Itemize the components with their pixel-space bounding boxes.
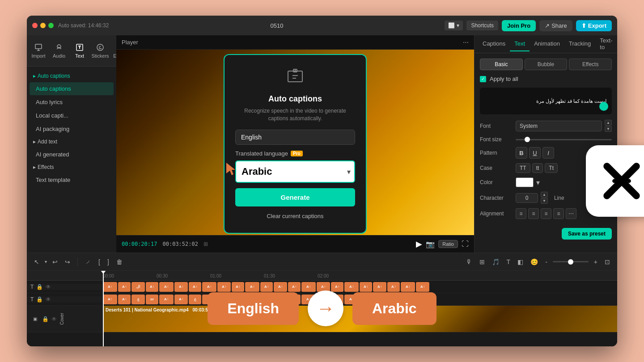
style-tab-effects[interactable]: Effects [569,59,612,70]
tab-animation[interactable]: Animation [530,37,564,51]
caption-clip[interactable]: A↑ [103,295,117,304]
maximize-button[interactable] [48,23,54,28]
bold-button[interactable]: B [516,147,527,159]
caption-clip[interactable]: A↑ [245,295,259,304]
caption-clip[interactable]: ع [189,295,201,304]
playhead[interactable] [103,271,104,346]
redo-button[interactable]: ↪ [63,257,72,267]
caption-clip[interactable]: A↑ [416,282,429,292]
caption-clip[interactable]: A↑ [217,295,231,304]
caption-clip[interactable]: A↑ [274,282,287,292]
caption-clip[interactable]: A↑ [401,282,415,292]
caption-clip[interactable]: A↑ [274,295,287,304]
caption-clip[interactable]: A↑ [174,295,188,304]
caption-clip[interactable]: A↑ [360,295,372,304]
tab-text[interactable]: Text [510,37,530,51]
caption-clip[interactable]: A↑ [317,282,330,292]
eye-icon-2[interactable]: 👁 [46,296,51,303]
split-button[interactable]: ⟋ [83,257,93,267]
cursor-dropdown-icon[interactable]: ▾ [45,259,47,264]
caption-clip[interactable]: A↑ [360,282,372,292]
eye-icon[interactable]: 👁 [46,284,51,290]
export-button[interactable]: ⬆ Export [576,20,612,31]
apply-all-checkbox[interactable]: ✓ [480,76,486,82]
camera-icon[interactable]: 📷 [426,240,435,248]
character-stepper-up[interactable]: ▲ [541,192,548,198]
case-uppercase-button[interactable]: TT [516,163,530,173]
toolbar-text[interactable]: Text [70,40,89,61]
font-stepper-up[interactable]: ▲ [605,120,612,126]
caption-clip[interactable]: A↑ [174,282,188,292]
color-dropdown-icon[interactable]: ▾ [536,178,540,187]
caption-clip[interactable]: A↑ [344,295,359,304]
add-text-button[interactable]: T [505,257,513,267]
ratio-button[interactable]: Ratio [438,240,458,248]
sidebar-item-auto-lyrics[interactable]: Auto lyrics [30,96,114,109]
sidebar-item-auto-captions[interactable]: Auto captions [30,82,114,95]
video-lock-icon[interactable]: 🔒 [42,316,49,322]
generate-button[interactable]: Generate [235,188,355,206]
align-center-button[interactable]: ≡ [528,208,539,219]
style-tab-basic[interactable]: Basic [480,59,523,70]
font-size-slider[interactable] [516,139,612,140]
arabic-display[interactable]: Arabic [235,160,355,183]
align-justify-button[interactable]: ≡ [553,208,564,219]
color-swatch[interactable] [516,177,534,187]
sidebar-item-ai-packaging[interactable]: AI packaging [30,122,114,135]
caption-clip[interactable]: A↑ [118,282,131,292]
caption-clip[interactable]: A↑ [260,282,273,292]
caption-clip[interactable]: A↑ [387,282,400,292]
caption-clip[interactable]: A↑ [232,295,244,304]
caption-clip[interactable]: A↑ [260,295,273,304]
character-stepper-down[interactable]: ▼ [541,198,548,204]
caption-clip[interactable]: A↑ [118,295,131,304]
add-sticker-button[interactable]: 😊 [529,257,540,267]
tab-textto[interactable]: Text-to [595,35,617,55]
player-menu-icon[interactable]: ⋯ [463,39,469,46]
video-eye-icon[interactable]: 👁 [51,316,57,322]
caption-clip[interactable]: A↑ [202,282,216,292]
clear-captions-button[interactable]: Clear current captions [235,210,355,222]
play-button[interactable]: ▶ [416,239,422,249]
add-audio-button[interactable]: 🎵 [490,257,501,267]
caption-clip[interactable]: A↑ [317,295,330,304]
align-right-button[interactable]: ≡ [541,208,551,219]
tab-captions[interactable]: Captions [478,37,510,51]
zoom-in-button[interactable]: + [592,257,599,267]
zoom-slider[interactable] [553,261,589,262]
lock-icon[interactable]: 🔒 [36,284,43,290]
sidebar-item-local-captions[interactable]: Local capti... [30,109,114,122]
sidebar-item-ai-generated[interactable]: AI generated [30,148,114,161]
add-overlay-button[interactable]: ◧ [516,257,525,267]
character-input[interactable] [516,193,538,203]
case-lowercase-button[interactable]: tt [532,163,543,173]
caption-clip[interactable]: A↑ [217,282,231,292]
align-left-button[interactable]: ≡ [516,208,526,219]
trim-left-button[interactable]: [ [97,257,102,267]
case-titlecase-button[interactable]: Tt [545,163,558,173]
caption-clip[interactable]: A↑ [146,282,158,292]
caption-clip[interactable]: A↑ [245,282,259,292]
underline-button[interactable]: U [529,147,541,159]
lock-icon-2[interactable]: 🔒 [36,296,43,303]
tab-tracking[interactable]: Tracking [564,37,595,51]
share-button[interactable]: ↗ Share [539,20,572,31]
caption-clip[interactable]: ال [131,282,145,292]
caption-clip[interactable]: A↑ [344,282,359,292]
caption-clip[interactable]: ع [288,295,301,304]
add-media-button[interactable]: ⊞ [478,257,487,267]
caption-clip[interactable]: h [331,295,343,304]
italic-button[interactable]: I [542,147,554,159]
style-tab-bubble[interactable]: Bubble [525,59,568,70]
language-select[interactable]: English [235,130,355,145]
minimize-button[interactable] [40,23,46,28]
caption-clip[interactable]: or [146,295,158,304]
cursor-tool-button[interactable]: ↖ [32,257,41,267]
join-pro-button[interactable]: Join Pro [502,20,536,31]
close-button[interactable] [32,23,38,28]
fit-button[interactable]: ⊡ [603,257,612,267]
mic-button[interactable]: 🎙 [464,257,474,267]
save-preset-button[interactable]: Save as preset [562,228,612,240]
trim-right-button[interactable]: ] [106,257,111,267]
toolbar-audio[interactable]: Audio [49,40,69,61]
